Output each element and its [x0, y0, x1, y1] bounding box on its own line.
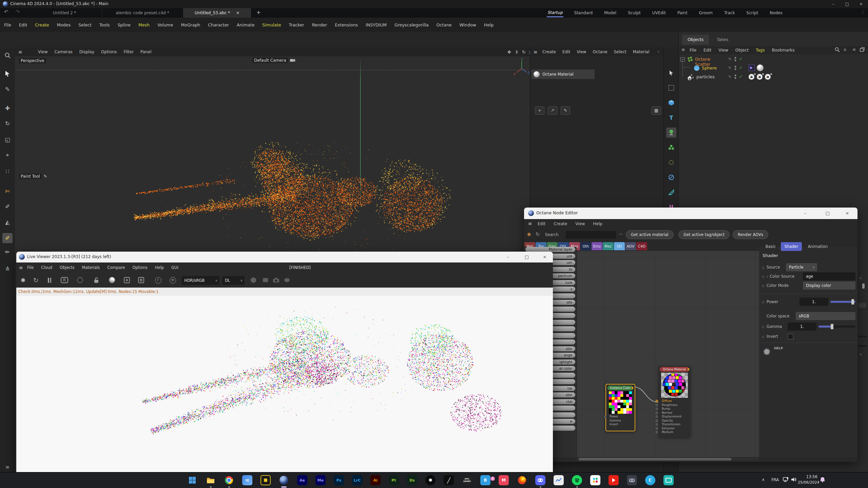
dropdown-arrow-icon[interactable]: ∨	[860, 276, 862, 280]
menu-item[interactable]: Window	[460, 22, 476, 27]
sync-icon[interactable]: ↻	[536, 231, 540, 237]
volume-icon[interactable]	[791, 477, 797, 483]
color-mode-field[interactable]: Display color	[803, 281, 855, 290]
mirror-tool[interactable]: ∷	[2, 166, 13, 176]
tab-objects[interactable]: Objects	[682, 35, 709, 45]
cube-object-icon[interactable]	[666, 98, 676, 108]
instance-color-node[interactable]: Instance Color Power Gamma Invert	[605, 384, 635, 431]
power-value-field[interactable]: 1.	[799, 298, 828, 306]
material-menu-item[interactable]: Material	[633, 50, 650, 54]
node-category-tab[interactable]: Oth	[580, 242, 591, 250]
param-diamond-icon[interactable]: ◇	[762, 284, 767, 288]
slider-handle[interactable]	[851, 299, 854, 305]
redo-icon[interactable]: ↷	[16, 9, 20, 15]
node-header[interactable]: Octane Material	[660, 367, 689, 372]
render-result-area[interactable]	[16, 296, 553, 472]
text-tool-icon[interactable]: T	[666, 113, 676, 123]
slack-icon[interactable]	[590, 475, 600, 485]
layout-tab[interactable]: Model	[603, 9, 617, 17]
firefox-icon[interactable]	[517, 475, 527, 485]
forbid-icon[interactable]	[666, 172, 676, 182]
document-tab[interactable]: Untitled 2 *	[31, 8, 98, 18]
lv-menu-options[interactable]: Options	[132, 265, 147, 270]
maximize-icon[interactable]: □	[820, 208, 835, 219]
gamma-value-field[interactable]: 1.	[788, 323, 816, 331]
discord-icon[interactable]: 9+	[535, 475, 545, 485]
edit-toggle-icon[interactable]: ✎	[728, 75, 731, 79]
gamma-slider[interactable]	[818, 326, 855, 328]
octane-refresh-icon[interactable]: ✹	[527, 231, 531, 238]
viewport-menu-cameras[interactable]: Cameras	[54, 50, 72, 54]
menu-item[interactable]: Animate	[237, 22, 254, 27]
cinema4d-taskbar-icon[interactable]	[279, 475, 289, 485]
substance-designer-icon[interactable]: Ds	[407, 475, 417, 485]
hierarchy-tool[interactable]: ⋔	[2, 263, 13, 274]
material-picker-icon[interactable]: M	[168, 275, 177, 285]
collapse-icon[interactable]: −	[680, 57, 685, 62]
illustrator-icon[interactable]: Ai	[370, 475, 381, 485]
settings-gear-icon[interactable]	[75, 275, 85, 285]
node-input-row[interactable]: Roughness	[658, 403, 691, 407]
expand-panel-icon[interactable]	[860, 47, 865, 52]
layout-tab[interactable]: Paint	[677, 9, 688, 17]
node-editor-menu-item[interactable]: Edit	[538, 221, 545, 226]
color-source-field[interactable]: age	[803, 272, 855, 280]
zoom-view-icon[interactable]: ⇕	[515, 50, 519, 55]
menu-item[interactable]: Spline	[118, 22, 131, 27]
node-graph[interactable]: Instance Color Power Gamma Invert Octane…	[577, 251, 760, 457]
lv-menu-objects[interactable]: Objects	[60, 265, 74, 270]
rotate-view-icon[interactable]: ↻	[522, 50, 526, 55]
edit-toggle-icon[interactable]: ✎	[728, 57, 731, 61]
node-editor-menu-item[interactable]: View	[575, 221, 585, 226]
after-effects-icon[interactable]: Ae	[297, 475, 307, 485]
layout-tab[interactable]: Script	[746, 9, 759, 17]
phong-tag-icon[interactable]	[749, 65, 755, 71]
layout-tab[interactable]: Sculpt	[627, 9, 641, 17]
material-menu-item[interactable]: Octane	[593, 50, 607, 54]
rotate-tool[interactable]: ↻	[2, 118, 13, 129]
pan-view-icon[interactable]: ✥	[507, 50, 511, 55]
lock-resolution-icon[interactable]	[92, 275, 101, 285]
node-input-row[interactable]: Invert	[606, 423, 635, 427]
edit-material-icon[interactable]: ✎	[561, 106, 570, 115]
document-tab-active[interactable]: Untitled_53.abc *×	[183, 8, 251, 18]
node-input-row[interactable]: Displacement	[658, 415, 691, 419]
ruler-icon[interactable]	[666, 187, 676, 197]
menu-item[interactable]: Volume	[157, 22, 173, 27]
mograph-clover-icon[interactable]	[666, 142, 676, 153]
enabled-check-icon[interactable]: ✓	[739, 56, 743, 61]
layout-tab[interactable]: Groom	[698, 9, 713, 17]
material-tag-icon[interactable]	[757, 64, 764, 71]
smear-tool[interactable]: ◭	[2, 217, 13, 227]
param-diamond-icon[interactable]: ◇	[762, 325, 767, 329]
menu-item[interactable]: Select	[78, 22, 92, 27]
object-menu-item[interactable]: View	[718, 48, 728, 53]
color-space-field[interactable]: sRGB	[796, 312, 855, 320]
param-diamond-icon[interactable]: ◇	[762, 266, 767, 269]
tray-expand-icon[interactable]: ∧	[762, 477, 765, 482]
filter-icon[interactable]: ≡	[852, 47, 856, 52]
power-slider[interactable]	[830, 301, 855, 303]
menu-item[interactable]: Mesh	[138, 22, 150, 27]
node-editor-menu-icon[interactable]: ≡	[528, 221, 532, 226]
node-output-dot[interactable]	[631, 387, 633, 389]
settings-gear-icon[interactable]	[666, 157, 676, 168]
menu-item[interactable]: Octane	[437, 22, 452, 27]
material-menu-icon[interactable]: ≡	[534, 49, 538, 55]
menu-item[interactable]: INSYDIUM	[366, 22, 387, 27]
node-header[interactable]: Instance Color	[607, 386, 633, 390]
notification-bell-icon[interactable]	[819, 476, 826, 484]
alembic-tag-icon[interactable]: a	[749, 74, 754, 80]
node-input-row[interactable]: Normal	[658, 411, 691, 415]
material-menu-item[interactable]: Create	[542, 50, 556, 54]
render-aovs-button[interactable]: Render AOVs	[733, 230, 768, 239]
media-encoder-icon[interactable]: Me	[315, 475, 326, 485]
node-category-tab[interactable]: Ems	[592, 242, 602, 250]
visibility-dots-icon[interactable]	[734, 57, 736, 61]
live-selection-tool[interactable]	[2, 69, 13, 79]
node-input-dot[interactable]	[604, 415, 606, 418]
layout-tab[interactable]: Standard	[574, 9, 594, 17]
param-diamond-icon[interactable]: ◇	[762, 335, 767, 338]
monitor-app-icon[interactable]	[554, 475, 564, 485]
object-menu-icon[interactable]: ≡	[681, 47, 685, 52]
